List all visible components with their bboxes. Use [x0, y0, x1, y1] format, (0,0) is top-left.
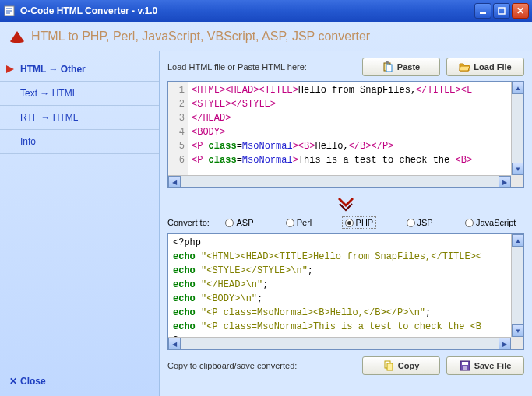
radio-asp[interactable]: ASP	[223, 216, 255, 229]
folder-open-icon	[459, 61, 470, 72]
close-link[interactable]: Close	[9, 376, 46, 387]
save-file-button[interactable]: Save File	[446, 356, 524, 375]
paste-icon	[382, 61, 393, 72]
svg-rect-8	[387, 363, 393, 370]
copy-button[interactable]: Copy	[362, 356, 440, 375]
sidebar: HTML → Other Text → HTML RTF → HTML Info…	[0, 51, 160, 396]
copy-label: Copy to clipboard/save converted:	[167, 361, 356, 370]
load-label: Load HTML file or Paste HTML here:	[167, 62, 356, 72]
maximize-button[interactable]	[493, 3, 510, 19]
close-window-button[interactable]: ✕	[512, 3, 529, 19]
horizontal-scrollbar[interactable]: ◀▶	[168, 337, 511, 349]
output-editor[interactable]: <?phpecho "<HTML><HEAD><TITLE>Hello from…	[167, 233, 524, 350]
nav-rtf-html[interactable]: RTF → HTML	[0, 106, 159, 130]
svg-rect-2	[499, 8, 505, 14]
source-editor[interactable]: 123456 <HTML><HEAD><TITLE>Hello from Sna…	[167, 81, 524, 188]
convert-arrow	[167, 196, 524, 212]
logo-icon	[9, 30, 25, 44]
svg-point-3	[10, 40, 24, 43]
radio-perl[interactable]: Perl	[284, 216, 315, 229]
vertical-scrollbar[interactable]: ▲▼	[511, 234, 523, 337]
source-code-content[interactable]: <HTML><HEAD><TITLE>Hello from SnapFiles,…	[188, 82, 511, 175]
radio-jsp[interactable]: JSP	[404, 216, 435, 229]
convert-radio-group: Convert to: ASPPerlPHPJSPJavaScript	[167, 216, 524, 229]
copy-icon	[383, 360, 394, 371]
convert-label: Convert to:	[167, 218, 210, 227]
svg-rect-5	[386, 65, 392, 72]
output-code-content[interactable]: <?phpecho "<HTML><HEAD><TITLE>Hello from…	[170, 234, 511, 337]
nav-info[interactable]: Info	[0, 130, 159, 154]
save-icon	[460, 360, 470, 371]
paste-button[interactable]: Paste	[362, 58, 440, 76]
minimize-button[interactable]	[474, 3, 491, 19]
horizontal-scrollbar[interactable]: ◀▶	[168, 175, 511, 187]
arrow-down-icon	[336, 196, 355, 212]
nav-html-other[interactable]: HTML → Other	[0, 58, 159, 82]
main-panel: Load HTML file or Paste HTML here: Paste…	[160, 51, 532, 396]
radio-javascript[interactable]: JavaScript	[463, 216, 518, 229]
nav-text-html[interactable]: Text → HTML	[0, 82, 159, 106]
svg-rect-6	[386, 61, 389, 64]
app-icon	[3, 5, 16, 17]
radio-php[interactable]: PHP	[342, 216, 377, 229]
vertical-scrollbar[interactable]: ▲▼	[511, 82, 523, 175]
line-gutter: 123456	[168, 82, 188, 175]
svg-rect-1	[480, 12, 486, 14]
load-file-button[interactable]: Load File	[446, 58, 524, 76]
app-header: HTML to PHP, Perl, JavaScript, VBScript,…	[0, 22, 532, 51]
svg-rect-10	[462, 362, 468, 365]
titlebar: O-Code HTML Converter - v.1.0 ✕	[0, 0, 532, 22]
window-title: O-Code HTML Converter - v.1.0	[20, 5, 474, 16]
svg-rect-11	[463, 366, 467, 370]
header-subtitle: HTML to PHP, Perl, JavaScript, VBScript,…	[31, 30, 370, 44]
